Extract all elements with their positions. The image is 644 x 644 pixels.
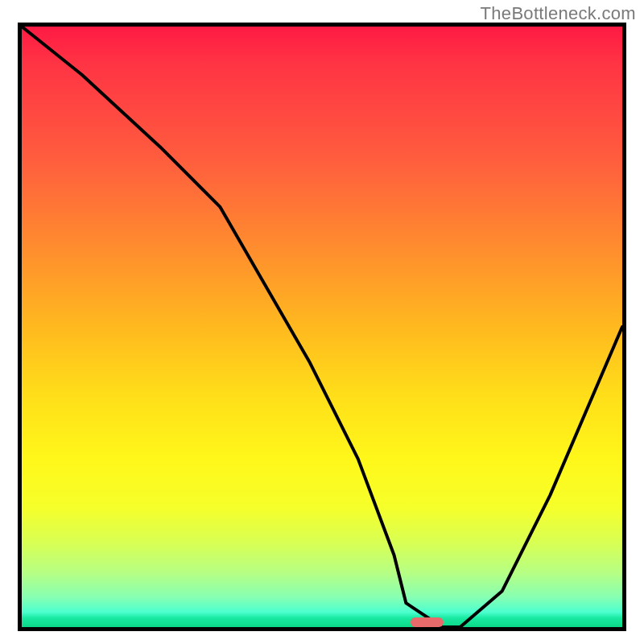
plot-area	[18, 23, 626, 631]
bottleneck-curve	[22, 27, 622, 627]
optimal-range-marker	[411, 617, 444, 627]
chart-container: TheBottleneck.com	[0, 0, 644, 644]
curve-svg	[22, 27, 622, 627]
watermark-text: TheBottleneck.com	[481, 3, 636, 24]
